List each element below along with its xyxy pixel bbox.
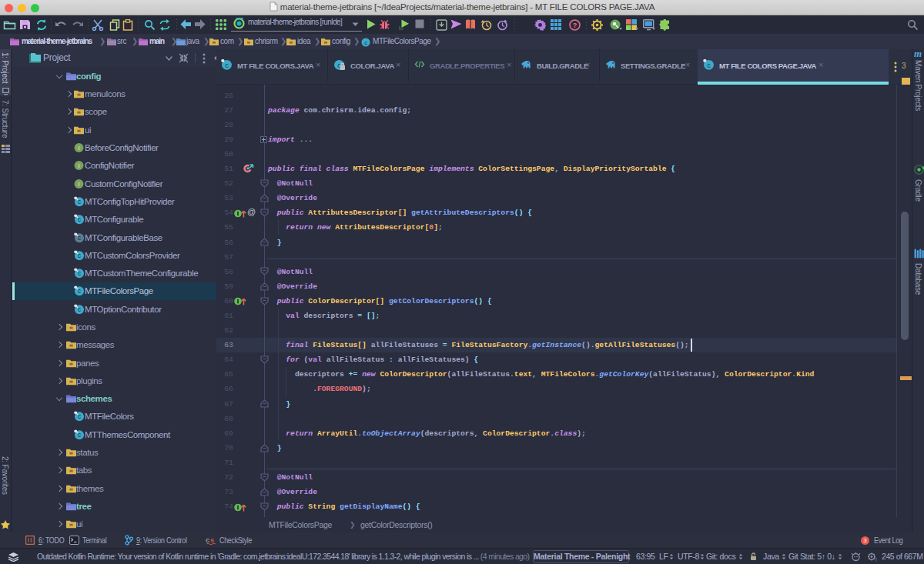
svg-text:c: c	[206, 536, 209, 544]
svg-text:I: I	[79, 162, 80, 169]
svg-text:I: I	[79, 181, 80, 188]
svg-text:c: c	[364, 39, 367, 46]
svg-text:s: s	[210, 536, 214, 544]
svg-text:I: I	[79, 145, 80, 152]
svg-text:c: c	[707, 62, 711, 69]
svg-text:?: ?	[875, 557, 877, 562]
svg-text:c: c	[225, 62, 229, 69]
svg-text:?: ?	[573, 21, 578, 29]
